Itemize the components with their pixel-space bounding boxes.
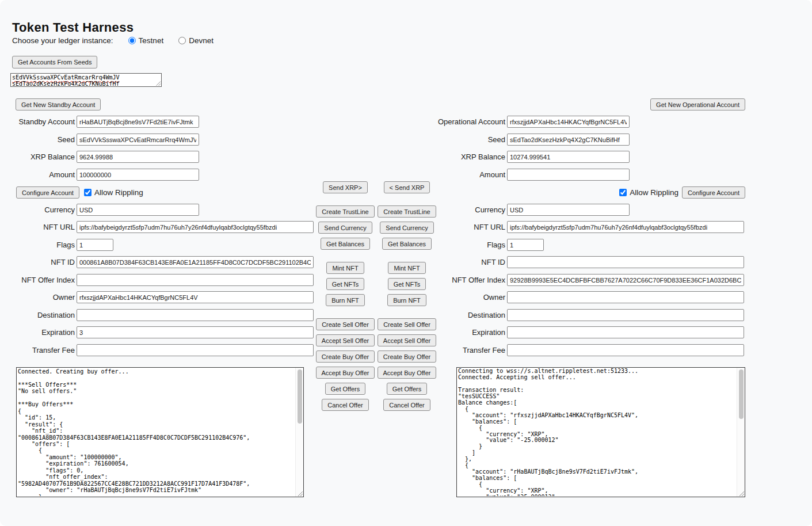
field-row: NFT Offer Index bbox=[437, 274, 744, 286]
standby-create-sell-offer-button[interactable]: Create Sell Offer bbox=[316, 318, 375, 330]
operational-nft-id-label: NFT ID bbox=[437, 258, 505, 266]
operational-send-xrp-button[interactable]: < Send XRP bbox=[384, 181, 430, 193]
operational-seed-input[interactable] bbox=[507, 134, 630, 146]
page-title: Token Test Harness bbox=[12, 20, 134, 35]
standby-allow-rippling-checkbox[interactable] bbox=[84, 189, 92, 196]
operational-allow-rippling-checkbox[interactable] bbox=[619, 189, 627, 196]
operational-get-nfts-button[interactable]: Get NFTs bbox=[388, 278, 426, 290]
standby-owner-input[interactable] bbox=[77, 291, 314, 303]
operational-expiration-input[interactable] bbox=[507, 326, 744, 338]
standby-nft-id-input[interactable] bbox=[77, 256, 314, 268]
resize-grip-icon[interactable] bbox=[297, 490, 303, 497]
operational-nft-offer-index-label: NFT Offer Index bbox=[437, 276, 505, 284]
standby-get-balances-button[interactable]: Get Balances bbox=[321, 238, 370, 250]
field-row: NFT ID bbox=[16, 256, 314, 268]
standby-create-buy-offer-button[interactable]: Create Buy Offer bbox=[316, 350, 375, 363]
standby-send-xrp-button[interactable]: Send XRP> bbox=[323, 181, 368, 193]
operational-account-input[interactable] bbox=[507, 116, 630, 128]
operational-nft-id-input[interactable] bbox=[507, 256, 744, 268]
operational-owner-input[interactable] bbox=[507, 291, 744, 303]
seed-line-1: sEdVVkSsswaXPCvEatRmcarRrq4WmJV bbox=[12, 74, 154, 81]
operational-get-offers-button[interactable]: Get Offers bbox=[387, 383, 428, 395]
standby-nft-offer-index-input[interactable] bbox=[77, 274, 314, 286]
standby-expiration-input[interactable] bbox=[77, 326, 314, 338]
scrollbar-thumb[interactable] bbox=[739, 369, 744, 419]
operational-create-sell-offer-button[interactable]: Create Sell Offer bbox=[378, 318, 436, 330]
standby-get-nfts-button[interactable]: Get NFTs bbox=[326, 278, 364, 290]
standby-nft-url-label: NFT URL bbox=[16, 223, 75, 231]
resize-grip-icon[interactable] bbox=[155, 81, 161, 86]
operational-accept-buy-offer-button[interactable]: Accept Buy Offer bbox=[378, 367, 437, 379]
operational-flags-input[interactable] bbox=[507, 239, 544, 251]
seeds-text: sEdVVkSsswaXPCvEatRmcarRrq4WmJV sEdTao2d… bbox=[12, 74, 154, 86]
standby-nft-offer-index-label: NFT Offer Index bbox=[16, 276, 75, 284]
operational-nft-offer-index-input[interactable] bbox=[507, 274, 744, 286]
field-row: XRP Balance bbox=[437, 151, 630, 163]
field-row: NFT Offer Index bbox=[16, 274, 314, 286]
standby-get-offers-button[interactable]: Get Offers bbox=[325, 383, 366, 395]
operational-currency-label: Currency bbox=[437, 205, 505, 214]
standby-account-label: Standby Account bbox=[16, 117, 75, 126]
standby-destination-input[interactable] bbox=[77, 309, 314, 321]
standby-expiration-label: Expiration bbox=[16, 328, 75, 337]
scrollbar-track[interactable] bbox=[295, 368, 303, 497]
standby-accept-sell-offer-button[interactable]: Accept Sell Offer bbox=[316, 334, 375, 346]
operational-amount-input[interactable] bbox=[507, 169, 630, 181]
standby-send-currency-button[interactable]: Send Currency bbox=[318, 222, 372, 234]
operational-actions-column: < Send XRP Create TrustLine Send Currenc… bbox=[375, 181, 439, 411]
operational-create-trustline-button[interactable]: Create TrustLine bbox=[378, 205, 436, 218]
field-row: Currency bbox=[16, 204, 199, 216]
operational-configure-account-button[interactable]: Configure Account bbox=[682, 186, 745, 199]
standby-nft-id-label: NFT ID bbox=[16, 258, 75, 266]
operational-nft-url-input[interactable] bbox=[507, 221, 744, 233]
get-new-operational-account-button[interactable]: Get New Operational Account bbox=[650, 98, 745, 110]
operational-send-currency-button[interactable]: Send Currency bbox=[380, 222, 433, 234]
field-row: Seed bbox=[16, 134, 199, 146]
token-test-harness-page: Token Test Harness Choose your ledger in… bbox=[0, 0, 812, 526]
standby-amount-input[interactable] bbox=[77, 169, 199, 181]
standby-mint-nft-button[interactable]: Mint NFT bbox=[326, 262, 364, 274]
operational-mint-nft-button[interactable]: Mint NFT bbox=[388, 262, 425, 274]
operational-cancel-offer-button[interactable]: Cancel Offer bbox=[383, 399, 430, 411]
standby-seed-input[interactable] bbox=[77, 134, 199, 146]
standby-configure-account-button[interactable]: Configure Account bbox=[16, 186, 79, 199]
standby-nft-url-input[interactable] bbox=[77, 221, 314, 233]
field-row: NFT URL bbox=[437, 221, 744, 233]
ledger-instance-label: Choose your ledger instance: bbox=[12, 36, 113, 45]
operational-seed-label: Seed bbox=[437, 135, 505, 144]
operational-get-balances-button[interactable]: Get Balances bbox=[382, 238, 432, 250]
operational-accept-sell-offer-button[interactable]: Accept Sell Offer bbox=[378, 334, 436, 346]
scrollbar-track[interactable] bbox=[737, 368, 745, 497]
operational-create-buy-offer-button[interactable]: Create Buy Offer bbox=[378, 350, 436, 363]
operational-burn-nft-button[interactable]: Burn NFT bbox=[387, 294, 426, 306]
operational-destination-input[interactable] bbox=[507, 309, 744, 321]
get-accounts-from-seeds-button[interactable]: Get Accounts From Seeds bbox=[12, 56, 97, 68]
devnet-radio-label: Devnet bbox=[189, 36, 214, 45]
field-row: Currency bbox=[437, 204, 630, 216]
testnet-radio[interactable] bbox=[128, 37, 136, 44]
devnet-radio[interactable] bbox=[178, 37, 186, 44]
standby-cancel-offer-button[interactable]: Cancel Offer bbox=[322, 399, 369, 411]
operational-xrp-balance-input[interactable] bbox=[507, 151, 630, 163]
operational-xrp-balance-label: XRP Balance bbox=[437, 153, 505, 161]
standby-transfer-fee-input[interactable] bbox=[77, 344, 314, 356]
standby-accept-buy-offer-button[interactable]: Accept Buy Offer bbox=[316, 367, 375, 379]
seeds-textarea[interactable]: sEdVVkSsswaXPCvEatRmcarRrq4WmJV sEdTao2d… bbox=[10, 73, 162, 87]
field-row: Operational Account bbox=[437, 116, 630, 128]
operational-destination-label: Destination bbox=[437, 311, 505, 319]
standby-create-trustline-button[interactable]: Create TrustLine bbox=[316, 205, 374, 218]
standby-burn-nft-button[interactable]: Burn NFT bbox=[326, 294, 365, 306]
standby-account-input[interactable] bbox=[77, 116, 199, 128]
standby-xrp-balance-input[interactable] bbox=[77, 151, 199, 163]
scrollbar-thumb[interactable] bbox=[298, 369, 302, 424]
standby-log-textarea[interactable]: Connected. Creating buy offer... ***Sell… bbox=[16, 367, 304, 497]
standby-flags-input[interactable] bbox=[77, 239, 113, 251]
field-row: Flags bbox=[437, 239, 544, 251]
operational-log-textarea[interactable]: Connecting to wss://s.altnet.rippletest.… bbox=[456, 367, 745, 497]
field-row: XRP Balance bbox=[16, 151, 199, 163]
resize-grip-icon[interactable] bbox=[738, 490, 745, 497]
standby-currency-input[interactable] bbox=[77, 204, 199, 216]
get-new-standby-account-button[interactable]: Get New Standby Account bbox=[16, 98, 101, 110]
operational-currency-input[interactable] bbox=[507, 204, 630, 216]
operational-transfer-fee-input[interactable] bbox=[507, 344, 744, 356]
